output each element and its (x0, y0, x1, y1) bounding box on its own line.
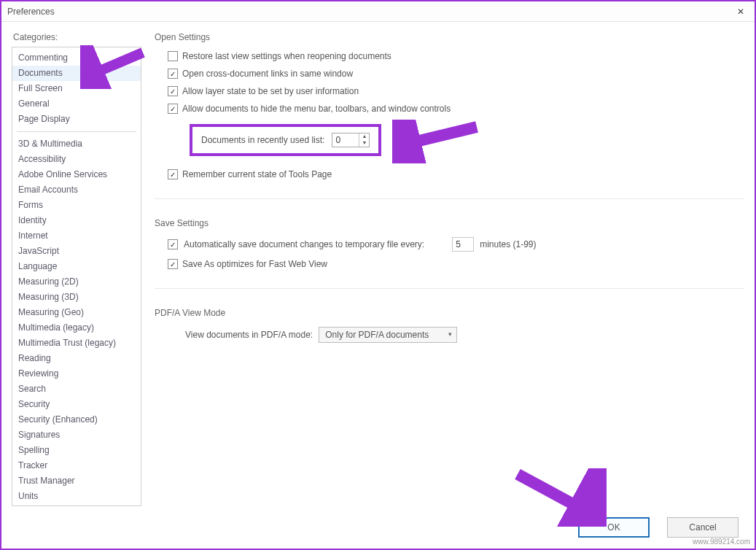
category-item[interactable]: Adobe Online Services (12, 167, 141, 182)
allowhide-checkbox[interactable]: ✓ (168, 104, 178, 114)
category-item[interactable]: 3D & Multimedia (12, 136, 141, 152)
category-item[interactable]: Security (Enhanced) (12, 412, 141, 427)
spin-up-icon[interactable]: ▲ (359, 133, 369, 140)
category-item[interactable]: Units (12, 489, 141, 504)
ok-button[interactable]: OK (578, 517, 650, 538)
category-item[interactable]: Signatures (12, 427, 141, 443)
restore-checkbox[interactable] (168, 51, 178, 61)
category-item[interactable]: Language (12, 259, 141, 274)
titlebar: Preferences ✕ (1, 1, 755, 22)
restore-label: Restore last view settings when reopenin… (182, 51, 391, 61)
crossdoc-label: Open cross-document links in same window (182, 69, 353, 79)
category-item[interactable]: Measuring (Geo) (12, 305, 141, 320)
autosave-label: Automatically save document changes to t… (184, 239, 424, 249)
save-settings-title: Save Settings (155, 218, 744, 228)
category-item[interactable]: Measuring (3D) (12, 290, 141, 305)
fastweb-label: Save As optimizes for Fast Web View (182, 259, 327, 269)
recent-list-highlight: Documents in recently used list: ▲ ▼ (190, 124, 381, 156)
recent-list-spinner[interactable]: ▲ ▼ (332, 133, 370, 147)
category-item[interactable]: Identity (12, 213, 141, 228)
cancel-button[interactable]: Cancel (667, 517, 739, 538)
categories-list[interactable]: CommentingDocumentsFull ScreenGeneralPag… (12, 47, 141, 506)
category-item[interactable]: JavaScript (12, 244, 141, 259)
fastweb-checkbox[interactable]: ✓ (168, 259, 178, 269)
category-item[interactable]: Search (12, 381, 141, 397)
category-item[interactable]: Commenting (12, 50, 141, 66)
recent-list-label: Documents in recently used list: (201, 135, 324, 145)
pdfa-mode-label: View documents in PDF/A mode: (185, 330, 313, 340)
category-item[interactable]: Security (12, 397, 141, 412)
pdfa-mode-value: Only for PDF/A documents (325, 330, 429, 340)
category-item[interactable]: Reviewing (12, 366, 141, 381)
category-item[interactable]: Email Accounts (12, 182, 141, 198)
crossdoc-checkbox[interactable]: ✓ (168, 69, 178, 79)
category-item[interactable]: Measuring (2D) (12, 274, 141, 290)
layerstate-checkbox[interactable]: ✓ (168, 86, 178, 96)
allowhide-label: Allow documents to hide the menu bar, to… (182, 104, 451, 114)
category-item[interactable]: General (12, 96, 141, 112)
category-item[interactable]: Forms (12, 198, 141, 213)
category-item[interactable]: Trust Manager (12, 473, 141, 489)
category-separator (17, 131, 136, 132)
category-item[interactable]: Page Display (12, 112, 141, 127)
autosave-unit-label: minutes (1-99) (480, 239, 536, 249)
category-item[interactable]: Internet (12, 228, 141, 244)
categories-label: Categories: (12, 32, 141, 42)
category-item[interactable]: Reading (12, 351, 141, 366)
pdfa-mode-select[interactable]: Only for PDF/A documents ▾ (319, 327, 457, 343)
remember-tools-label: Remember current state of Tools Page (182, 169, 332, 179)
chevron-down-icon: ▾ (448, 330, 452, 338)
category-item[interactable]: Accessibility (12, 152, 141, 167)
remember-tools-checkbox[interactable]: ✓ (168, 169, 178, 179)
window-title: Preferences (7, 7, 733, 17)
spin-down-icon[interactable]: ▼ (359, 140, 369, 147)
category-item[interactable]: Multimedia Trust (legacy) (12, 336, 141, 351)
autosave-minutes-input[interactable] (452, 237, 474, 252)
category-item[interactable]: Spelling (12, 443, 141, 458)
category-item[interactable]: Documents (12, 66, 141, 81)
pdfa-title: PDF/A View Mode (155, 308, 744, 318)
close-button[interactable]: ✕ (733, 4, 749, 20)
recent-list-input[interactable] (332, 133, 359, 147)
category-item[interactable]: Multimedia (legacy) (12, 320, 141, 336)
category-item[interactable]: Tracker (12, 458, 141, 473)
autosave-checkbox[interactable]: ✓ (168, 239, 178, 249)
watermark: www.989214.com (693, 538, 750, 546)
layerstate-label: Allow layer state to be set by user info… (182, 86, 359, 96)
open-settings-title: Open Settings (155, 32, 744, 42)
category-item[interactable]: Full Screen (12, 81, 141, 96)
